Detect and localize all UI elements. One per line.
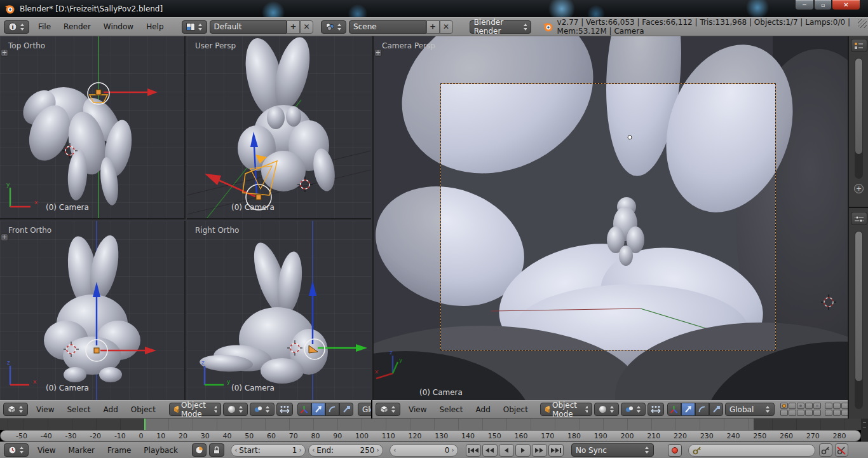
layer-toggle[interactable]: [833, 403, 841, 409]
menu-item[interactable]: Select: [60, 405, 97, 414]
shading-select[interactable]: [223, 403, 248, 416]
menu-item[interactable]: Add: [470, 405, 497, 414]
viewport-user-persp[interactable]: User Persp (0) Camera: [187, 36, 371, 219]
camera-frame[interactable]: [440, 83, 776, 350]
menu-item[interactable]: View: [30, 405, 60, 414]
mode-select[interactable]: Object Mode: [169, 403, 221, 416]
properties-editor-button[interactable]: [851, 212, 867, 225]
close-layout-button[interactable]: ✕: [300, 20, 313, 34]
current-frame-field[interactable]: ‹0›: [390, 444, 458, 457]
menu-item[interactable]: Object: [125, 405, 162, 414]
scene-name-field[interactable]: Scene: [349, 20, 426, 34]
manipulate-centers-toggle[interactable]: [276, 403, 293, 416]
close-scene-button[interactable]: ✕: [440, 20, 453, 34]
prev-keyframe-button[interactable]: [482, 444, 498, 457]
rotate-manipulator-button[interactable]: [325, 403, 339, 416]
menu-item[interactable]: Window: [97, 22, 140, 31]
manipulator-toggle[interactable]: [667, 403, 681, 416]
minimize-button[interactable]: ─: [795, 0, 814, 10]
layer-toggle[interactable]: [797, 403, 804, 409]
viewport-front-ortho[interactable]: z x Front Ortho (0) Camera +: [0, 221, 186, 400]
editor-type-button[interactable]: [3, 403, 28, 416]
jump-to-end-button[interactable]: [548, 444, 564, 457]
pivot-select[interactable]: [621, 403, 646, 416]
end-frame-field[interactable]: ‹End: 250›: [308, 444, 383, 457]
layer-toggle[interactable]: [805, 403, 813, 409]
insert-keyframe-button[interactable]: [819, 443, 832, 457]
menu-item[interactable]: View: [402, 405, 433, 414]
jump-to-start-button[interactable]: [466, 444, 481, 457]
delete-keyframe-button[interactable]: [835, 443, 848, 457]
editor-type-button[interactable]: [4, 443, 29, 457]
viewport-camera-persp[interactable]: z x y Camera Persp (0) Camera +: [372, 36, 848, 400]
scale-manipulator-button[interactable]: [709, 403, 723, 416]
model-render[interactable]: [199, 239, 328, 384]
play-button[interactable]: [515, 444, 531, 457]
add-scene-button[interactable]: +: [426, 20, 440, 34]
model-render[interactable]: [238, 36, 338, 193]
layer-toggle[interactable]: [780, 410, 788, 416]
rotate-manipulator-button[interactable]: [695, 403, 709, 416]
outliner-scrollbar[interactable]: [855, 58, 863, 179]
editor-type-button[interactable]: [376, 403, 400, 416]
scene-browse[interactable]: [321, 20, 346, 34]
lock-time-toggle[interactable]: [209, 443, 224, 457]
menu-item[interactable]: Marker: [62, 446, 100, 455]
preview-range-toggle[interactable]: [192, 443, 207, 457]
outliner-editor-button[interactable]: [851, 39, 867, 52]
next-keyframe-button[interactable]: [532, 444, 547, 457]
orientation-select[interactable]: Global: [725, 403, 775, 416]
menu-item[interactable]: View: [31, 446, 62, 455]
timeline-ruler[interactable]: -50-40-30-20-100102030405060708090100110…: [0, 430, 861, 441]
toolbar-expand-button[interactable]: +: [1, 233, 8, 241]
play-reverse-button[interactable]: [499, 444, 514, 457]
corner-grip[interactable]: [858, 19, 867, 28]
translate-manipulator-button[interactable]: [681, 403, 695, 416]
shading-select[interactable]: [594, 403, 619, 416]
toolbar-expand-button[interactable]: +: [374, 49, 382, 57]
start-frame-field[interactable]: ‹Start: 1›: [231, 444, 306, 457]
layer-toggle[interactable]: [797, 410, 804, 416]
screen-layout-browse[interactable]: [182, 20, 207, 34]
manipulate-centers-toggle[interactable]: [648, 403, 664, 416]
menu-item[interactable]: Select: [433, 405, 469, 414]
layer-toggle[interactable]: [841, 410, 848, 416]
layer-toggle[interactable]: [780, 403, 788, 409]
timeline-track-area[interactable]: [0, 419, 861, 430]
toolbar-expand-button[interactable]: +: [1, 49, 8, 57]
menu-item[interactable]: Frame: [101, 446, 137, 455]
layer-toggle[interactable]: [805, 410, 813, 416]
mode-select[interactable]: Object Mode: [540, 403, 592, 416]
properties-scrollbar[interactable]: [855, 231, 863, 409]
layer-toggle[interactable]: [833, 410, 841, 416]
pivot-select[interactable]: [250, 403, 275, 416]
editor-type-button[interactable]: i: [4, 20, 29, 34]
orientation-select[interactable]: Global: [358, 403, 371, 416]
close-button[interactable]: ✕: [832, 0, 860, 10]
menu-item[interactable]: File: [32, 22, 57, 31]
layer-toggle[interactable]: [789, 410, 796, 416]
menu-item[interactable]: Object: [497, 405, 534, 414]
plus-circle-icon[interactable]: +: [854, 184, 864, 193]
layer-toggle[interactable]: [813, 410, 821, 416]
current-frame-line[interactable]: [144, 419, 146, 430]
layer-toggle[interactable]: [825, 403, 832, 409]
menu-item[interactable]: Add: [97, 405, 125, 414]
layer-toggle[interactable]: [825, 410, 832, 416]
auto-keyframe-toggle[interactable]: [668, 444, 682, 457]
screen-layout-name-field[interactable]: Default: [210, 20, 287, 34]
layer-toggle[interactable]: [813, 403, 821, 409]
sync-select[interactable]: No Sync: [571, 443, 654, 457]
manipulator-toggle[interactable]: [297, 403, 311, 416]
menu-item[interactable]: Playback: [137, 446, 184, 455]
translate-manipulator-button[interactable]: [311, 403, 325, 416]
window-titlebar[interactable]: Blender* [D:\Freizeit\SallyPov2.blend] ─…: [0, 0, 868, 17]
menu-item[interactable]: Help: [140, 22, 170, 31]
render-engine-select[interactable]: Blender Render: [470, 20, 531, 34]
layer-toggle[interactable]: [789, 403, 796, 409]
model-render[interactable]: [17, 84, 136, 207]
layer-toggle[interactable]: [841, 403, 848, 409]
keying-set-field[interactable]: [688, 444, 815, 457]
viewport-top-ortho[interactable]: y x Top Ortho (0) Camera +: [0, 36, 186, 219]
add-layout-button[interactable]: +: [287, 20, 300, 34]
